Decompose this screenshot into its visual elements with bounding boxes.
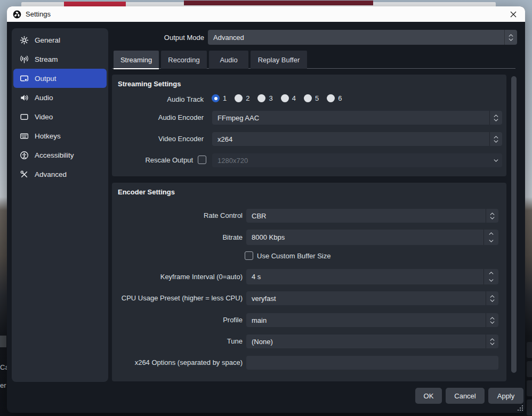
radio[interactable]: [257, 94, 265, 102]
rescale-resolution-select[interactable]: 1280x720: [212, 153, 502, 167]
panel-title: Streaming Settings: [118, 80, 181, 88]
keyboard-icon: [20, 132, 29, 141]
scrollbar-thumb[interactable]: [511, 76, 517, 373]
output-mode-label: Output Mode: [87, 30, 204, 45]
rate-control-spinner[interactable]: [486, 209, 498, 223]
tab-streaming[interactable]: Streaming: [114, 51, 159, 69]
sidebar-item-accessibility[interactable]: Accessibility: [13, 145, 107, 165]
background-right-block: [527, 380, 532, 396]
bitrate-spinbox[interactable]: 8000 Kbps: [246, 230, 498, 245]
scrollbar-track[interactable]: [510, 75, 518, 404]
sidebar-item-label: Output: [35, 75, 57, 83]
sidebar-item-label: Hotkeys: [35, 132, 61, 140]
audio-track-option[interactable]: 4: [281, 94, 296, 102]
tune-select[interactable]: (None): [246, 335, 498, 348]
close-button[interactable]: [507, 9, 519, 20]
tab-audio[interactable]: Audio: [209, 51, 248, 69]
sidebar-item-label: Accessibility: [35, 151, 74, 159]
x264-options-label: x264 Options (separated by space): [112, 358, 243, 366]
rescale-dropdown-arrow[interactable]: [489, 153, 502, 167]
keyframe-spinner[interactable]: [483, 269, 498, 284]
sidebar-item-label: Stream: [35, 55, 58, 63]
sidebar-item-video[interactable]: Video: [13, 107, 107, 126]
streaming-settings-panel: Streaming Settings Audio Track 1 2 3 4 5…: [112, 75, 506, 176]
x264-options-input[interactable]: [246, 356, 498, 370]
profile-select[interactable]: main: [246, 313, 498, 327]
background-right-block: [527, 342, 532, 358]
custom-buffer-checkbox[interactable]: [245, 251, 253, 260]
chevron-down-icon: [494, 159, 498, 162]
background-left-block: [0, 336, 6, 347]
audio-track-option[interactable]: 3: [257, 94, 272, 102]
chevron-up-icon: [490, 338, 495, 341]
video-encoder-select[interactable]: x264: [212, 132, 502, 146]
cpu-usage-preset-label: CPU Usage Preset (higher = less CPU): [112, 294, 243, 302]
sidebar-item-hotkeys[interactable]: Hotkeys: [13, 126, 107, 145]
background-right-block: [527, 361, 532, 377]
chevron-up-icon: [490, 213, 495, 215]
audio-track-option[interactable]: 5: [304, 94, 319, 102]
close-icon: [510, 11, 517, 18]
cpu-usage-preset-select[interactable]: veryfast: [246, 291, 498, 305]
sidebar: General Stream Output: [12, 28, 108, 382]
cpu-preset-spinner[interactable]: [486, 291, 498, 305]
rate-control-select[interactable]: CBR: [246, 209, 498, 223]
audio-track-option[interactable]: 6: [327, 94, 342, 102]
background-right-block: [527, 399, 532, 415]
sidebar-item-label: General: [35, 36, 60, 44]
chevron-down-icon: [490, 299, 495, 302]
titlebar: Settings: [7, 6, 525, 22]
audio-encoder-select[interactable]: FFmpeg AAC: [212, 111, 502, 125]
chevron-up-icon: [490, 295, 495, 298]
chevron-up-icon: [494, 136, 498, 138]
sidebar-item-advanced[interactable]: Advanced: [13, 165, 107, 184]
output-mode-spinner[interactable]: [504, 30, 517, 45]
tab-replay-buffer[interactable]: Replay Buffer: [251, 51, 307, 69]
sidebar-item-label: Advanced: [35, 170, 67, 178]
window-title: Settings: [26, 10, 51, 18]
custom-buffer-row[interactable]: Use Custom Buffer Size: [245, 251, 331, 260]
radio[interactable]: [235, 94, 243, 102]
audio-track-option[interactable]: 2: [235, 94, 249, 102]
obs-logo-icon: [13, 10, 21, 19]
audio-encoder-label: Audio Encoder: [112, 113, 204, 121]
speaker-icon: [20, 93, 29, 102]
background-text-fragment: er: [0, 381, 6, 389]
audio-encoder-spinner[interactable]: [489, 111, 502, 125]
rescale-output-checkbox[interactable]: [198, 156, 206, 164]
audio-track-label: Audio Track: [112, 95, 204, 103]
resize-grip[interactable]: [518, 405, 523, 411]
chevron-down-icon: [490, 321, 495, 324]
cancel-button[interactable]: Cancel: [446, 388, 485, 404]
sidebar-item-label: Audio: [35, 94, 53, 102]
profile-spinner[interactable]: [486, 313, 498, 327]
chevron-down-icon: [494, 119, 498, 121]
encoder-settings-panel: Encoder Settings Rate Control CBR Bitrat…: [112, 183, 506, 381]
audio-track-option[interactable]: 1: [212, 94, 227, 102]
background-maroon-strip: [184, 1, 373, 5]
sidebar-item-audio[interactable]: Audio: [13, 88, 107, 107]
rescale-output-label: Rescale Output: [112, 156, 193, 164]
radio[interactable]: [304, 94, 312, 102]
chevron-down-icon: [490, 342, 495, 345]
chevron-up-icon: [489, 272, 494, 274]
output-screen-icon: [20, 74, 29, 83]
chevron-up-icon: [490, 317, 495, 320]
ok-button[interactable]: OK: [415, 388, 442, 404]
radio[interactable]: [281, 94, 289, 102]
radio-selected[interactable]: [212, 94, 220, 102]
gear-icon: [20, 36, 29, 45]
tune-spinner[interactable]: [486, 335, 498, 348]
apply-button[interactable]: Apply: [488, 388, 523, 404]
rate-control-label: Rate Control: [112, 211, 243, 219]
keyframe-interval-spinbox[interactable]: 4 s: [246, 269, 498, 284]
radio[interactable]: [327, 94, 335, 102]
sidebar-item-stream[interactable]: Stream: [13, 50, 107, 69]
output-mode-select[interactable]: Advanced: [208, 30, 517, 45]
chevron-down-icon: [489, 240, 494, 242]
sidebar-item-output[interactable]: Output: [13, 69, 107, 88]
bitrate-spinner[interactable]: [483, 230, 498, 245]
video-encoder-spinner[interactable]: [489, 132, 502, 146]
background-red-strip: [64, 2, 126, 6]
tab-recording[interactable]: Recording: [161, 51, 207, 69]
